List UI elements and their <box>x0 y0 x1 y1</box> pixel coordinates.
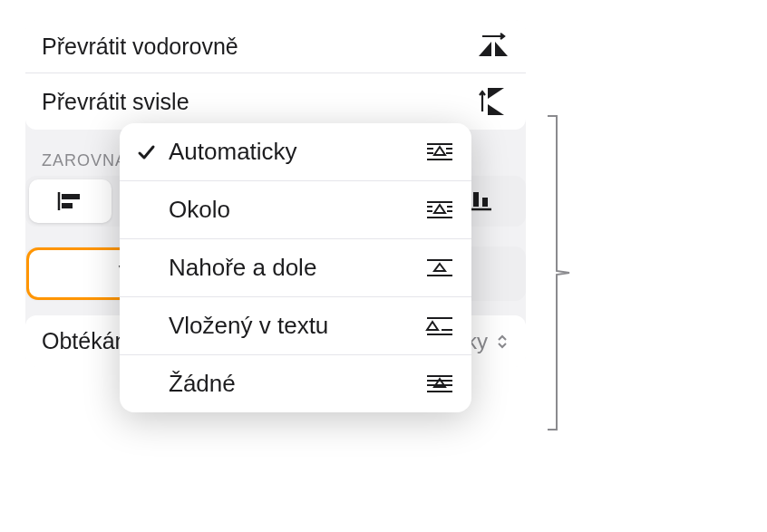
wrap-option-label: Automaticky <box>169 138 415 166</box>
wrap-around-icon <box>424 199 455 221</box>
flip-vertical-label: Převrátit svisle <box>42 89 189 115</box>
wrap-inline-icon <box>424 315 455 337</box>
align-bottom-icon <box>468 190 495 212</box>
wrap-option-around[interactable]: Okolo <box>120 180 471 238</box>
text-wrap-popup: Automaticky Okolo <box>120 123 471 412</box>
wrap-option-label: Žádné <box>169 370 415 398</box>
svg-rect-7 <box>62 194 80 199</box>
svg-rect-8 <box>62 203 73 208</box>
wrap-option-label: Vložený v textu <box>169 312 415 340</box>
align-left-icon <box>56 190 83 212</box>
chevron-up-down-icon <box>495 334 510 349</box>
svg-rect-23 <box>482 198 488 207</box>
wrap-auto-icon <box>424 141 455 163</box>
flip-horizontal-label: Převrátit vodorovně <box>42 34 238 60</box>
svg-marker-1 <box>479 42 491 56</box>
align-left-button[interactable] <box>29 179 112 223</box>
wrap-option-auto[interactable]: Automaticky <box>120 123 471 180</box>
flip-horizontal-row[interactable]: Převrátit vodorovně <box>25 20 526 73</box>
wrap-option-label: Nahoře a dole <box>169 254 415 282</box>
svg-marker-46 <box>434 264 445 271</box>
flip-vertical-icon <box>477 86 510 117</box>
callout-bracket <box>546 114 573 431</box>
wrap-option-inline[interactable]: Vložený v textu <box>120 296 471 354</box>
flip-horizontal-icon <box>477 33 510 60</box>
svg-marker-5 <box>488 104 504 115</box>
wrap-option-label: Okolo <box>169 196 415 224</box>
svg-marker-49 <box>427 322 438 330</box>
flip-vertical-row[interactable]: Převrátit svisle <box>25 73 526 130</box>
flip-card: Převrátit vodorovně Převrátit svisle <box>25 20 526 130</box>
svg-marker-2 <box>495 42 508 56</box>
wrap-option-none[interactable]: Žádné <box>120 354 471 412</box>
svg-marker-43 <box>434 205 445 213</box>
wrap-none-icon <box>424 373 455 395</box>
checkmark-icon <box>132 142 160 162</box>
svg-marker-4 <box>488 88 504 99</box>
svg-rect-22 <box>473 192 479 207</box>
wrap-topbottom-icon <box>424 257 455 279</box>
svg-marker-36 <box>434 147 445 155</box>
wrap-option-top-bottom[interactable]: Nahoře a dole <box>120 238 471 296</box>
